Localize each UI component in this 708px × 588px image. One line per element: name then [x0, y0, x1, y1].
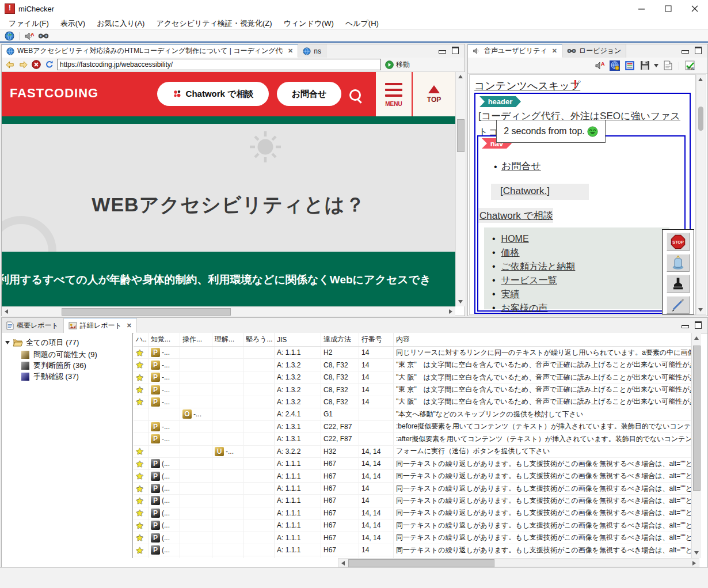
save-icon[interactable]: [639, 60, 650, 71]
stamp-tool-button[interactable]: [667, 275, 690, 293]
menu-item[interactable]: ファイル(F): [3, 17, 54, 30]
tree-item[interactable]: 手動確認 (37): [21, 372, 132, 381]
table-row[interactable]: ★P-...A: 1.3.2C8, F3214"東 京" は文字間に空白を含んで…: [134, 359, 691, 371]
close-button[interactable]: [682, 0, 708, 17]
panel-minimize-icon[interactable]: [439, 50, 446, 54]
principle-cell: P(...: [149, 532, 180, 544]
report-list-icon[interactable]: [624, 60, 635, 71]
menu-item[interactable]: ウィンドウ(W): [278, 17, 338, 30]
panel-maximize-icon[interactable]: [695, 321, 702, 329]
search-icon[interactable]: [349, 89, 361, 101]
menu-button[interactable]: MENU: [376, 72, 412, 116]
browser-tab-page[interactable]: WEBアクセシビリティ対応済みのHTMLコーディング制作について | コーディン…: [2, 44, 298, 58]
visualization-link[interactable]: 価格: [501, 247, 520, 259]
table-row[interactable]: ★P(...A: 1.1.1H6714, 14同一テキストの繰り返しがあります。…: [134, 458, 691, 470]
nav-link[interactable]: お問合せ: [501, 160, 541, 173]
maximize-button[interactable]: [655, 0, 682, 17]
pen-tool-button[interactable]: [667, 296, 690, 314]
table-row[interactable]: ★P(...A: 1.1.1H6714, 14同一テキストの繰り返しがあります。…: [134, 532, 691, 544]
site-logo[interactable]: FASTCODING: [10, 86, 98, 101]
url-input[interactable]: [57, 59, 381, 70]
eraser-tool-button[interactable]: [667, 254, 690, 272]
new-document-icon[interactable]: [662, 60, 673, 71]
column-header[interactable]: 操作...: [180, 333, 212, 346]
tab-close-icon[interactable]: ✕: [552, 47, 557, 55]
column-header[interactable]: 堅ろう...: [243, 333, 275, 346]
panel-maximize-icon[interactable]: [695, 47, 702, 54]
html-check-icon[interactable]: HTML: [684, 60, 696, 71]
voice-tabbar: 音声ユーザビリティ ✕ ロービジョン: [468, 44, 707, 58]
tree-item[interactable]: 問題の可能性大 (9): [21, 350, 132, 359]
visualization-link[interactable]: お客様の声: [501, 302, 548, 314]
table-row[interactable]: O-...A: 2.4.1G1"本文へ移動"などのスキップリンクの提供を検討して…: [134, 408, 691, 420]
column-header[interactable]: 知覚...: [149, 333, 180, 346]
browser-tab-ns[interactable]: ns: [298, 44, 326, 58]
tab-voice-usability[interactable]: 音声ユーザビリティ ✕: [468, 44, 562, 58]
accessibility-check-icon[interactable]: A: [594, 60, 606, 71]
column-header[interactable]: 達成方法: [321, 333, 359, 346]
browser-vertical-scrollbar[interactable]: [455, 72, 465, 306]
table-row[interactable]: ★P(...A: 1.1.1H6714, 14同一テキストの繰り返しがあります。…: [134, 519, 691, 532]
tab-lowvision[interactable]: ロービジョン: [562, 44, 626, 58]
nav-link[interactable]: Chatwork で相談: [479, 209, 553, 222]
stop-button[interactable]: [31, 59, 42, 70]
accessibility-check-icon[interactable]: A: [24, 31, 35, 41]
column-header[interactable]: 理解...: [212, 333, 243, 346]
go-button[interactable]: 移動: [383, 60, 412, 70]
refresh-button[interactable]: [44, 59, 55, 70]
table-horizontal-scrollbar[interactable]: [338, 558, 699, 567]
tab-close-icon[interactable]: ✕: [127, 322, 132, 329]
table-vertical-scrollbar[interactable]: [691, 333, 701, 558]
panel-maximize-icon[interactable]: [452, 47, 459, 54]
table-row[interactable]: ★P(...A: 1.1.1H6714同一テキストの繰り返しがあります。もし支援…: [134, 483, 691, 495]
table-row[interactable]: P-...A: 1.3.1C22, F87:after擬似要素を用いてコンテンツ…: [134, 433, 691, 445]
top-button[interactable]: TOP: [413, 72, 455, 116]
panel-minimize-icon[interactable]: [682, 50, 689, 54]
save-dropdown-icon[interactable]: [654, 64, 658, 67]
menu-item[interactable]: ヘルプ(H): [340, 17, 384, 30]
table-row[interactable]: ★P-...A: 1.3.2C8, F3214"東 京" は文字間に空白を含んで…: [134, 384, 691, 396]
visualization-link[interactable]: ご依頼方法と納期: [501, 261, 576, 273]
tab-summary-report[interactable]: 概要レポート: [2, 318, 64, 333]
tree-root-item[interactable]: 全ての項目 (77): [5, 337, 132, 348]
tree-item[interactable]: 要判断箇所 (36): [21, 361, 132, 370]
column-header[interactable]: JIS: [275, 333, 321, 346]
skip-to-content-link[interactable]: コンテンツへスキップ: [474, 79, 580, 93]
star-cell: ★: [134, 544, 149, 556]
table-row[interactable]: ★P(...A: 1.1.1H6714同一テキストの繰り返しがあります。もし支援…: [134, 495, 691, 507]
menu-item[interactable]: アクセシビリティ検証・視覚化(Z): [151, 17, 277, 30]
browser-horizontal-scrollbar[interactable]: [2, 306, 455, 316]
open-browser-icon[interactable]: [3, 31, 15, 41]
visualization-link[interactable]: 実績: [501, 289, 520, 301]
visualization-link[interactable]: サービス一覧: [501, 275, 557, 287]
minimize-button[interactable]: [629, 0, 655, 17]
forward-button[interactable]: [17, 59, 29, 70]
table-row[interactable]: ★P(...A: 1.1.1H6714, 14同一テキストの繰り返しがあります。…: [134, 507, 691, 519]
tab-close-icon[interactable]: ✕: [288, 47, 293, 55]
chatwork-consult-button[interactable]: Chatwork で相談: [157, 82, 269, 106]
tree-expand-icon[interactable]: [5, 341, 10, 344]
lowvision-icon[interactable]: [37, 31, 49, 41]
result-badge-P: P: [151, 484, 160, 493]
back-button[interactable]: [4, 59, 16, 70]
menu-item[interactable]: 表示(V): [55, 17, 90, 30]
visualization-link[interactable]: HOME: [501, 234, 529, 244]
column-header[interactable]: 内容: [394, 333, 691, 346]
column-header[interactable]: ハ..: [134, 333, 149, 346]
table-row[interactable]: ★P-...A: 1.3.2C8, F3214"大 阪" は文字間に空白を含んで…: [134, 396, 691, 408]
table-row[interactable]: P-...A: 1.3.1C22, F87:before擬似要素を用いてコンテン…: [134, 421, 691, 433]
column-header[interactable]: 行番号: [359, 333, 394, 346]
table-row[interactable]: ★P(...A: 1.1.1H6714同一テキストの繰り返しがあります。もし支援…: [134, 544, 691, 556]
table-row[interactable]: ★U-...A: 3.2.2H3214, 14フォームに実行（送信）ボタンを提供…: [134, 446, 691, 458]
nav-link[interactable]: [Chatwork.]: [500, 185, 550, 197]
table-row[interactable]: ★P-...A: 1.1.1H214同じリソースに対するリンクに同一のテキストが…: [134, 347, 691, 359]
stop-tool-button[interactable]: STOP: [667, 233, 690, 251]
voice-vertical-scrollbar[interactable]: [696, 74, 706, 315]
menu-item[interactable]: お気に入り(A): [92, 17, 150, 30]
panel-minimize-icon[interactable]: [682, 325, 689, 328]
visualize-globe-icon[interactable]: [609, 60, 621, 71]
table-row[interactable]: ★P(...A: 1.1.1H6714, 14同一テキストの繰り返しがあります。…: [134, 470, 691, 482]
table-row[interactable]: ★P-...A: 1.3.2C8, F3214"大 阪" は文字間に空白を含んで…: [134, 371, 691, 384]
tab-detail-report[interactable]: 詳細レポート ✕: [64, 318, 137, 333]
contact-button[interactable]: お問合せ: [277, 82, 341, 106]
